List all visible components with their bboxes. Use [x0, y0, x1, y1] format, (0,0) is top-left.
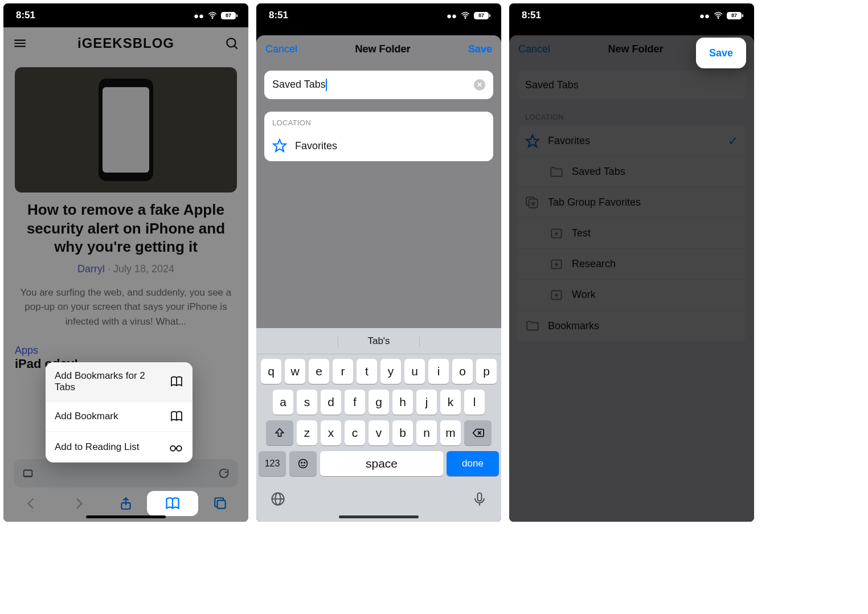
home-indicator [339, 515, 419, 518]
save-button[interactable]: Save [468, 43, 492, 55]
book-icon [170, 410, 183, 423]
status-icons: ●● 87 [447, 10, 489, 21]
signal-icon: ●● [447, 11, 457, 21]
status-icons: ●● 87 [699, 10, 742, 21]
status-time: 8:51 [16, 10, 35, 21]
wifi-icon [207, 10, 218, 21]
bookmarks-popup-menu: Add Bookmarks for 2 Tabs Add Bookmark Ad… [46, 362, 193, 462]
folder-name-input[interactable]: Saved Tabs ✕ [264, 71, 493, 99]
svg-point-28 [718, 18, 719, 19]
battery-icon: 87 [221, 12, 236, 19]
svg-point-0 [212, 18, 213, 19]
signal-icon: ●● [699, 11, 710, 21]
star-icon [272, 138, 287, 153]
svg-marker-27 [273, 140, 286, 152]
wifi-icon [460, 10, 470, 21]
signal-icon: ●● [194, 11, 204, 21]
battery-icon: 87 [474, 12, 489, 19]
add-reading-list-item[interactable]: Add to Reading List [46, 432, 193, 462]
home-indicator [86, 515, 166, 518]
glasses-icon [169, 440, 183, 455]
screenshot-panel-1: 8:51 ●● 87 iGEEKSBLOG How to remove a fa… [3, 3, 248, 522]
add-bookmarks-for-tabs-item[interactable]: Add Bookmarks for 2 Tabs [46, 362, 193, 402]
wifi-icon [713, 10, 723, 21]
location-list: Favorites [264, 130, 493, 161]
status-icons: ●● 87 [194, 10, 236, 21]
clear-text-icon[interactable]: ✕ [474, 79, 485, 91]
svg-point-15 [465, 18, 466, 19]
status-time: 8:51 [269, 10, 288, 21]
screenshot-panel-3: 8:51 ●● 87 Cancel New Folder Save Saved … [509, 3, 754, 522]
bookmarks-button-highlight[interactable] [147, 491, 198, 516]
location-section-label: LOCATION [264, 112, 493, 130]
location-favorites-row[interactable]: Favorites [264, 130, 493, 161]
svg-point-13 [177, 446, 182, 451]
status-bar: 8:51 ●● 87 [509, 3, 754, 27]
cancel-button[interactable]: Cancel [265, 43, 297, 55]
save-button-highlight[interactable]: Save [696, 38, 746, 68]
screenshot-panel-2: 8:51 ●● 87 Cancel New Folder Save Saved … [256, 3, 501, 522]
status-bar: 8:51 ●● 87 [256, 3, 501, 27]
status-bar: 8:51 ●● 87 [3, 3, 248, 27]
battery-icon: 87 [727, 12, 742, 19]
book-icon [165, 496, 181, 511]
add-bookmark-item[interactable]: Add Bookmark [46, 402, 193, 432]
sheet-title: New Folder [355, 43, 410, 55]
svg-point-12 [170, 446, 175, 451]
book-icon [170, 375, 183, 388]
status-time: 8:51 [522, 10, 541, 21]
